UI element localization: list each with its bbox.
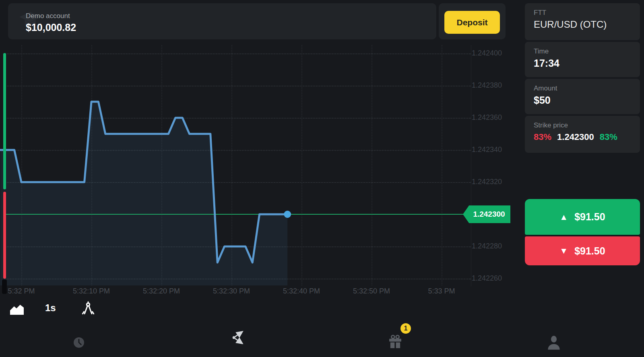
asset-name: EUR/USD (OTC) bbox=[534, 19, 640, 30]
amount-label: Amount bbox=[534, 84, 640, 92]
sentiment-bar-up bbox=[3, 53, 6, 189]
chart-type-button[interactable] bbox=[9, 302, 25, 317]
compass-icon bbox=[81, 301, 95, 318]
up-arrow-icon: ▲ bbox=[559, 212, 568, 222]
payout-up-percent: 83% bbox=[600, 132, 617, 142]
last-price-dot bbox=[284, 211, 291, 218]
payout-down-percent: 83% bbox=[534, 132, 551, 142]
gift-badge: 1 bbox=[400, 323, 411, 334]
clock-icon bbox=[71, 334, 87, 351]
drawing-tools-button[interactable] bbox=[81, 301, 95, 319]
time-label: Time bbox=[534, 47, 640, 55]
resize-arrows-icon bbox=[231, 330, 245, 344]
asset-type-label: FTT bbox=[534, 9, 640, 17]
gift-icon bbox=[387, 334, 403, 350]
time-value: 17:34 bbox=[534, 57, 640, 69]
account-switcher[interactable]: Demo account $10,000.82 bbox=[26, 12, 76, 33]
asset-selector[interactable]: FTT EUR/USD (OTC) bbox=[525, 3, 640, 40]
strike-price-panel: Strike price 83% 1.242300 83% bbox=[525, 116, 640, 153]
area-chart-icon bbox=[9, 302, 25, 316]
header-bar: Demo account $10,000.82 bbox=[8, 3, 436, 39]
amount-value: $50 bbox=[534, 94, 640, 106]
timeframe-button[interactable]: 1s bbox=[45, 302, 56, 314]
time-setting[interactable]: Time 17:34 bbox=[525, 42, 640, 77]
bonuses-button[interactable] bbox=[387, 334, 403, 351]
strike-price-label: Strike price bbox=[534, 121, 640, 129]
person-icon bbox=[546, 334, 562, 351]
area-fill bbox=[0, 102, 287, 285]
buy-down-button[interactable]: ▼ $91.50 bbox=[525, 236, 640, 265]
down-arrow-icon: ▼ bbox=[559, 246, 568, 256]
sentiment-bar-handle[interactable] bbox=[2, 279, 7, 294]
profile-button[interactable] bbox=[546, 334, 562, 352]
buy-up-button[interactable]: ▲ $91.50 bbox=[525, 199, 640, 235]
buy-down-amount: $91.50 bbox=[574, 245, 605, 257]
history-button[interactable] bbox=[71, 334, 87, 352]
amount-setting[interactable]: Amount $50 bbox=[525, 79, 640, 114]
chart-canvas bbox=[0, 0, 519, 306]
expand-chart-button[interactable] bbox=[231, 330, 245, 345]
strike-price-value: 1.242300 bbox=[557, 132, 594, 142]
account-balance: $10,000.82 bbox=[26, 22, 76, 33]
sentiment-bar-down bbox=[3, 192, 6, 279]
strike-price-tag: 1.242300 bbox=[463, 205, 510, 223]
account-type-label: Demo account bbox=[26, 12, 76, 20]
deposit-button[interactable]: Deposit bbox=[444, 11, 500, 34]
buy-up-amount: $91.50 bbox=[574, 211, 605, 223]
